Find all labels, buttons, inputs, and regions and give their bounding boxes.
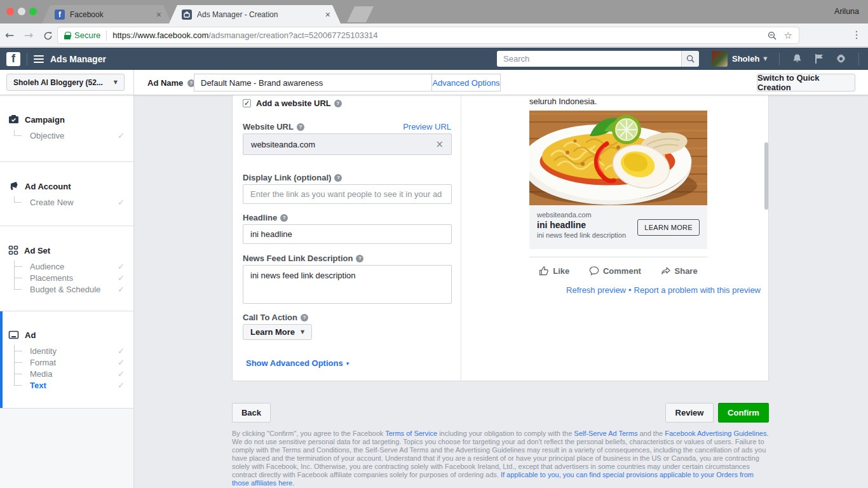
ad-link-card: websiteanda.com ini headline ini news fe…: [529, 205, 707, 249]
sidebar-item-create-new[interactable]: Create New ✓: [0, 196, 133, 208]
call-to-action-dropdown[interactable]: Learn More ▼: [243, 324, 312, 340]
ad-account-dropdown[interactable]: Sholeh Al Bloggery (52... ▼: [6, 74, 125, 91]
url-host: https://www.facebook.com: [112, 30, 208, 40]
sidebar-item-placements[interactable]: Placements ✓: [0, 272, 133, 283]
sidebar-section-campaign: Campaign Objective ✓: [0, 95, 134, 162]
sidebar-item-budget-schedule[interactable]: Budget & Schedule ✓: [0, 283, 133, 295]
url-path: /adsmanager/creation?act=520067725103314: [208, 30, 377, 40]
clear-input-icon[interactable]: ×: [435, 139, 444, 150]
refresh-preview-link[interactable]: Refresh preview: [566, 285, 626, 295]
add-website-url-checkbox[interactable]: ✓: [243, 99, 251, 107]
terms-of-service-link[interactable]: Terms of Service: [385, 430, 437, 437]
ad-set-grid-icon: [8, 245, 18, 255]
info-icon[interactable]: ?: [334, 174, 342, 182]
info-icon[interactable]: ?: [356, 255, 363, 262]
tab-close-icon[interactable]: ×: [156, 10, 161, 20]
advertising-guidelines-link[interactable]: Facebook Advertising Guidelines.: [665, 430, 768, 437]
display-link-input[interactable]: [243, 184, 452, 204]
pages-flag-icon[interactable]: [814, 53, 824, 64]
call-to-action-label: Call To Action ?: [243, 313, 308, 322]
forward-button[interactable]: →: [19, 29, 38, 41]
info-icon[interactable]: ?: [334, 100, 342, 107]
news-feed-description-input[interactable]: ini news feed link description: [243, 265, 452, 304]
website-url-input[interactable]: websiteanda.com ×: [243, 133, 452, 155]
secure-label: Secure: [74, 30, 100, 40]
megaphone-icon: [8, 181, 19, 191]
user-name: Sholeh: [732, 54, 759, 64]
chrome-profile-name[interactable]: Ariluna: [834, 7, 859, 16]
user-menu[interactable]: Sholeh ▼: [732, 54, 768, 64]
chevron-down-icon: ▼: [301, 329, 304, 335]
back-button[interactable]: ←: [0, 29, 19, 41]
ad-name-input[interactable]: [194, 74, 432, 92]
sidebar-section-title: Ad: [25, 330, 36, 340]
sidebar-item-format[interactable]: Format ✓: [0, 356, 133, 368]
info-icon[interactable]: ?: [297, 123, 304, 131]
ad-account-name: Sholeh Al Bloggery (52...: [13, 78, 103, 87]
check-icon: ✓: [118, 273, 133, 283]
user-avatar[interactable]: [712, 51, 728, 67]
menu-hamburger-icon[interactable]: [34, 55, 44, 63]
info-icon[interactable]: ?: [280, 214, 288, 222]
scrollbar-thumb[interactable]: [764, 142, 768, 210]
notifications-bell-icon[interactable]: [792, 53, 803, 64]
facebook-navbar: f Ads Manager Sholeh ▼ ?: [0, 48, 868, 70]
browser-tab-ads-manager[interactable]: Ads Manager - Creation ×: [169, 5, 341, 24]
self-serve-ad-terms-link[interactable]: Self-Serve Ad Terms: [574, 430, 637, 437]
check-icon: ✓: [118, 285, 133, 294]
window-minimize-button[interactable]: [18, 8, 25, 15]
check-icon: ✓: [118, 358, 133, 367]
comment-button[interactable]: Comment: [589, 266, 641, 276]
share-button[interactable]: Share: [661, 266, 698, 276]
sidebar-item-audience[interactable]: Audience ✓: [0, 261, 133, 272]
text-step-card: ✓ Add a website URL ? Website URL ? Prev…: [232, 95, 769, 381]
check-icon: ✓: [118, 346, 133, 356]
check-icon: ✓: [118, 381, 133, 390]
zoom-out-icon[interactable]: [768, 31, 776, 40]
display-link-label: Display Link (optional) ?: [243, 173, 342, 182]
chevron-down-icon: ▼: [114, 79, 118, 85]
sidebar-item-identity[interactable]: Identity ✓: [0, 345, 133, 356]
browser-tab-bar: f Facebook × Ads Manager - Creation × Ar…: [0, 0, 868, 24]
bookmark-star-icon[interactable]: ☆: [784, 30, 792, 41]
ad-link-domain: websiteanda.com: [537, 211, 700, 219]
reload-button[interactable]: [38, 30, 57, 41]
browser-toolbar: ← → Secure https://www.facebook.com /ads…: [0, 24, 868, 47]
back-button-step[interactable]: Back: [232, 403, 271, 423]
sidebar-section-title: Ad Set: [24, 246, 50, 255]
website-url-label: Website URL ?: [243, 122, 304, 132]
wizard-sidebar: Campaign Objective ✓ Ad Account Create N…: [0, 95, 134, 488]
like-button[interactable]: Like: [539, 266, 569, 276]
new-tab-button[interactable]: [347, 6, 374, 22]
chevron-down-icon: ▾: [346, 360, 349, 367]
preview-url-link[interactable]: Preview URL: [403, 122, 451, 132]
search-input[interactable]: [497, 51, 681, 67]
search-button[interactable]: [681, 51, 699, 67]
sidebar-item-media[interactable]: Media ✓: [0, 368, 133, 379]
report-problem-link[interactable]: Report a problem with this preview: [634, 285, 761, 295]
global-search: [497, 51, 699, 67]
ad-preview-panel: seluruh Indonesia.: [461, 95, 770, 381]
learn-more-button[interactable]: LEARN MORE: [637, 219, 700, 236]
chrome-menu-icon[interactable]: ⋮: [851, 29, 862, 41]
check-icon: ✓: [118, 198, 133, 207]
confirm-button[interactable]: Confirm: [718, 403, 769, 423]
facebook-logo[interactable]: f: [6, 52, 20, 66]
ad-text-form: ✓ Add a website URL ? Website URL ? Prev…: [233, 95, 461, 381]
advanced-options-link[interactable]: Advanced Options: [432, 74, 501, 92]
browser-tab-facebook[interactable]: f Facebook ×: [42, 5, 172, 24]
check-icon: ✓: [118, 131, 133, 140]
info-icon[interactable]: ?: [301, 314, 308, 322]
address-bar[interactable]: Secure https://www.facebook.com /adsmana…: [57, 27, 799, 44]
review-button[interactable]: Review: [665, 403, 714, 423]
window-close-button[interactable]: [6, 8, 14, 15]
settings-gear-icon[interactable]: [836, 53, 846, 64]
sidebar-item-objective[interactable]: Objective ✓: [0, 130, 133, 141]
check-icon: ✓: [118, 369, 133, 379]
window-zoom-button[interactable]: [29, 8, 37, 15]
sidebar-item-text[interactable]: Text ✓: [0, 379, 133, 391]
headline-input[interactable]: [243, 224, 452, 244]
tab-close-icon[interactable]: ×: [325, 10, 330, 20]
switch-to-quick-creation-button[interactable]: Switch to Quick Creation: [757, 74, 855, 92]
show-advanced-options-link[interactable]: Show Advanced Options ▾: [246, 358, 349, 368]
